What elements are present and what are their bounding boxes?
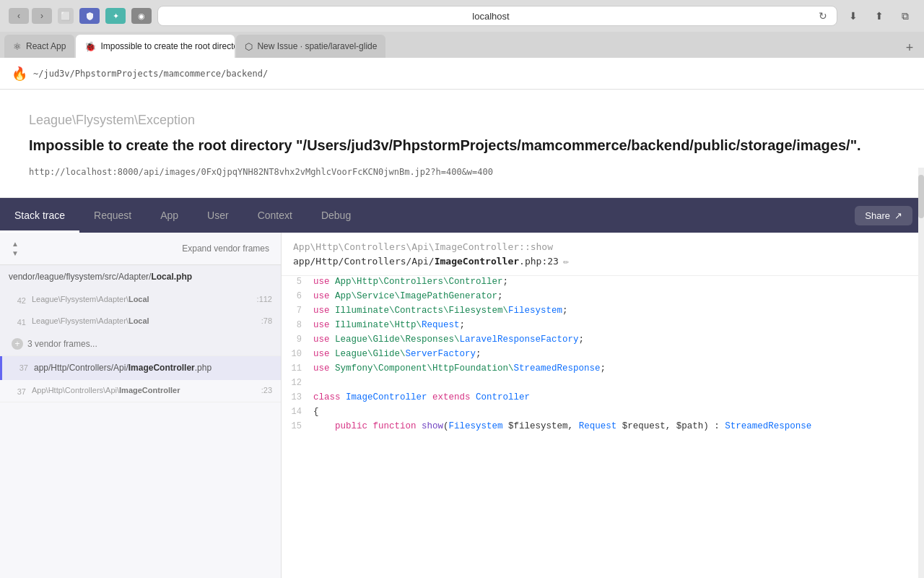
tab-github-label: New Issue · spatie/laravel-glide [257,41,377,51]
new-window-icon[interactable]: ⧉ [895,8,915,24]
frame-number: 42 [9,295,26,305]
frame-info: app/Http/Controllers/Api/ImageController… [34,362,272,374]
react-icon: ⚛ [13,41,22,52]
frame-group-app: 37 app/Http/Controllers/Api/ImageControl… [0,356,281,402]
tab-react-app[interactable]: ⚛ React App [4,35,74,58]
frame-info: League\Flysystem\Adapter\Local [32,295,251,303]
frame-line: :112 [257,295,272,303]
code-header: App\Http\Controllers\Api\ImageController… [282,233,924,276]
frame-info: App\Http\Controllers\Api\ImageController [32,386,256,394]
frame-class: League\Flysystem\Adapter\Local [32,295,251,303]
address-text: localhost [165,11,816,22]
sort-arrows[interactable]: ▲ ▼ [12,240,19,257]
frame-number: 41 [9,316,26,327]
browser-chrome: ‹ › ⬜ ✦ ◉ localhost ↻ ⬇ ⬆ ⧉ ⚛ [0,0,924,58]
tab-user[interactable]: User [193,198,243,233]
tab-error-label: Impossible to create the root directory … [100,41,235,51]
frame-item-42[interactable]: 42 League\Flysystem\Adapter\Local :112 [0,289,281,311]
terminal-path: ~/jud3v/PhpstormProjects/mamcommerce/bac… [33,69,268,79]
forward-button[interactable]: › [32,8,52,24]
vendor-frames-label: 3 vendor frames... [27,339,97,349]
sort-down-icon[interactable]: ▼ [12,249,19,257]
frame-item-37[interactable]: 37 app/Http/Controllers/Api/ImageControl… [0,356,281,380]
tab-request[interactable]: Request [79,198,146,233]
code-line-11: 11 use Symfony\Component\HttpFoundation\… [282,363,924,377]
frame-info: League\Flysystem\Adapter\Local [32,316,256,325]
frame-group-vendor: vendor/league/flysystem/src/Adapter/Loca… [0,265,281,356]
tab-label: React App [26,41,66,51]
sort-up-icon[interactable]: ▲ [12,240,19,248]
tab-error[interactable]: 🐞 Impossible to create the root director… [76,35,235,58]
frame-number: 37 [9,386,26,396]
frame-class: League\Flysystem\Adapter\Local [32,316,256,325]
code-line-14: 14 { [282,406,924,420]
github-icon: ⬡ [245,41,253,52]
scrollbar[interactable] [918,168,924,578]
stack-frames-panel: ▲ ▼ Expand vendor frames vendor/league/f… [0,233,282,578]
frame-file: vendor/league/flysystem/src/Adapter/Loca… [9,271,272,283]
frame-line: :23 [261,386,272,394]
code-file: app/Http/Controllers/Api/ImageController… [293,255,912,267]
frame-item-41[interactable]: 41 League\Flysystem\Adapter\Local :78 [0,311,281,332]
browser-toolbar: ‹ › ⬜ ✦ ◉ localhost ↻ ⬇ ⬆ ⧉ [0,0,924,32]
exception-url: http://localhost:8000/api/images/0FxQjpq… [29,167,895,177]
expand-vendor-button[interactable]: Expand vendor frames [182,243,269,254]
exception-message: Impossible to create the root directory … [29,135,895,155]
share-icon[interactable]: ⬆ [869,8,889,24]
frame-file: app/Http/Controllers/Api/ImageController… [34,362,272,374]
share-icon: ↗ [894,210,902,221]
code-line-6: 6 use App\Service\ImagePathGenerator; [282,290,924,305]
terminal-bar: 🔥 ~/jud3v/PhpstormProjects/mamcommerce/b… [0,58,924,90]
reload-button[interactable]: ↻ [816,9,829,22]
share-label: Share [865,210,890,221]
scrollbar-thumb[interactable] [918,175,924,218]
frame-item-vendor-local[interactable]: vendor/league/flysystem/src/Adapter/Loca… [0,265,281,289]
edit-icon[interactable]: ✏ [563,255,569,267]
code-line-9: 9 use League\Glide\Responses\LaravelResp… [282,334,924,348]
code-view-panel: App\Http\Controllers\Api\ImageController… [282,233,924,578]
code-line-5: 5 use App\Http\Controllers\Controller; [282,276,924,290]
download-icon[interactable]: ⬇ [843,8,863,24]
exception-type: League\Flysystem\Exception [29,113,895,128]
stack-area: ▲ ▼ Expand vendor frames vendor/league/f… [0,233,924,578]
extension-icon: ✦ [105,8,126,24]
code-block: 5 use App\Http\Controllers\Controller; 6… [282,276,924,435]
frame-info: vendor/league/flysystem/src/Adapter/Loca… [9,271,272,283]
tab-github[interactable]: ⬡ New Issue · spatie/laravel-glide [236,35,385,58]
back-button[interactable]: ‹ [9,8,29,24]
code-line-13: 13 class ImageController extends Control… [282,392,924,406]
tab-add-button[interactable]: + [899,38,920,58]
toolbar-icons: ⬇ ⬆ ⧉ [843,8,915,24]
frames-header: ▲ ▼ Expand vendor frames [0,233,281,265]
frame-class: App\Http\Controllers\Api\ImageController [32,386,256,394]
frame-line: :78 [261,316,272,325]
code-line-15: 15 public function show(Filesystem $file… [282,420,924,435]
tab-context[interactable]: Context [243,198,307,233]
window-sidebar-button[interactable]: ⬜ [58,8,74,24]
vendor-frames-button[interactable]: + 3 vendor frames... [0,332,281,355]
tabs-bar: ⚛ React App 🐞 Impossible to create the r… [0,32,924,58]
code-file-path: app/Http/Controllers/Api/ImageController… [293,256,559,267]
code-line-12: 12 [282,377,924,392]
frame-number: 37 [11,362,28,372]
address-bar[interactable]: localhost ↻ [157,6,837,26]
code-line-8: 8 use Illuminate\Http\Request; [282,319,924,334]
privacy-icon: ◉ [131,8,152,24]
tab-debug[interactable]: Debug [307,198,365,233]
page-content: 🔥 ~/jud3v/PhpstormProjects/mamcommerce/b… [0,58,924,578]
tab-stack-trace[interactable]: Stack trace [0,198,79,233]
tab-app[interactable]: App [146,198,193,233]
debug-tabs: Stack trace Request App User Context Deb… [0,198,924,233]
terminal-icon: 🔥 [12,66,27,82]
plus-icon[interactable]: + [12,338,23,350]
error-section: League\Flysystem\Exception Impossible to… [0,90,924,198]
frame-item-37-class[interactable]: 37 App\Http\Controllers\Api\ImageControl… [0,380,281,402]
code-line-10: 10 use League\Glide\ServerFactory; [282,348,924,363]
code-line-7: 7 use Illuminate\Contracts\Filesystem\Fi… [282,305,924,319]
code-class: App\Http\Controllers\Api\ImageController… [293,241,912,252]
nav-buttons: ‹ › [9,8,52,24]
share-button[interactable]: Share ↗ [855,206,912,225]
error-tab-icon: 🐞 [84,41,96,52]
shield-icon [79,8,100,24]
